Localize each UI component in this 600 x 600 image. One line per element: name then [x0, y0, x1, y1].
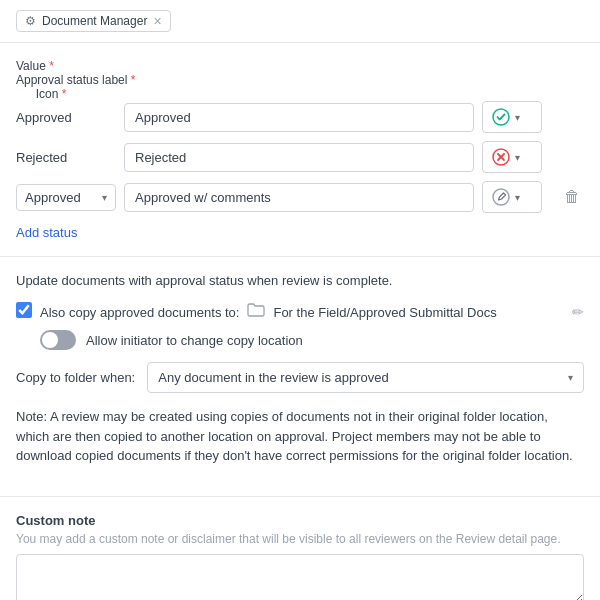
also-copy-right: Also copy approved documents to: For the… — [40, 302, 584, 322]
comments-chevron-icon: ▾ — [515, 192, 520, 203]
toggle-slider — [40, 330, 76, 350]
custom-note-title: Custom note — [16, 513, 584, 528]
top-section: ⚙ Document Manager × — [0, 0, 600, 43]
approved-icon-dropdown[interactable]: ▾ — [482, 101, 542, 133]
approval-header-row: Value * Approval status label * Icon * — [16, 59, 584, 101]
pencil-circle-icon — [492, 188, 510, 206]
comments-label-cell — [124, 183, 474, 212]
copy-when-label: Copy to folder when: — [16, 370, 135, 385]
approved-label-input[interactable] — [124, 103, 474, 132]
approved-value: Approved — [16, 110, 116, 125]
tag-close-button[interactable]: × — [153, 14, 161, 28]
update-docs-description: Update documents with approval status wh… — [16, 273, 584, 288]
svg-point-4 — [493, 189, 509, 205]
folder-svg-icon — [247, 302, 265, 318]
required-star-3: * — [62, 87, 67, 101]
comments-action-cell[interactable]: 🗑 — [560, 188, 584, 206]
required-star: * — [49, 59, 54, 73]
approved-icon — [491, 107, 511, 127]
copy-when-chevron-icon: ▾ — [568, 372, 573, 383]
required-star-2: * — [131, 73, 136, 87]
rejected-chevron-icon: ▾ — [515, 152, 520, 163]
approval-row-comments: Approved ▾ ▾ 🗑 — [16, 181, 584, 213]
edit-folder-button[interactable]: ✏ — [572, 304, 584, 320]
copy-when-row: Copy to folder when: Any document in the… — [16, 362, 584, 393]
comments-icon — [491, 187, 511, 207]
icon-column-header: Icon * — [16, 87, 86, 101]
comments-value-dropdown[interactable]: Approved ▾ — [16, 184, 116, 211]
custom-note-input[interactable] — [16, 554, 584, 601]
rejected-label-cell — [124, 143, 474, 172]
update-docs-section: Update documents with approval status wh… — [0, 257, 600, 497]
rejected-icon — [491, 147, 511, 167]
label-column-header: Approval status label * — [16, 73, 584, 87]
approved-label-cell — [124, 103, 474, 132]
note-text: Note: A review may be created using copi… — [16, 407, 584, 466]
tag-label: Document Manager — [42, 14, 147, 28]
also-copy-row: Also copy approved documents to: For the… — [16, 302, 584, 322]
rejected-icon-dropdown[interactable]: ▾ — [482, 141, 542, 173]
comments-label-input[interactable] — [124, 183, 474, 212]
document-manager-tag[interactable]: ⚙ Document Manager × — [16, 10, 171, 32]
delete-row-button[interactable]: 🗑 — [564, 188, 580, 206]
x-circle-icon — [492, 148, 510, 166]
folder-icon — [247, 302, 265, 322]
allow-initiator-label: Allow initiator to change copy location — [86, 333, 303, 348]
comments-icon-cell: ▾ — [482, 181, 552, 213]
copy-when-value: Any document in the review is approved — [158, 370, 389, 385]
also-copy-checkbox[interactable] — [16, 302, 32, 318]
rejected-label-input[interactable] — [124, 143, 474, 172]
comments-value-label: Approved — [25, 190, 81, 205]
allow-initiator-toggle[interactable] — [40, 330, 76, 350]
custom-note-subtitle: You may add a custom note or disclaimer … — [16, 532, 584, 546]
approval-row-approved: Approved ▾ — [16, 101, 584, 133]
comments-value-cell: Approved ▾ — [16, 184, 116, 211]
folder-name: For the Field/Approved Submittal Docs — [273, 305, 564, 320]
copy-when-dropdown[interactable]: Any document in the review is approved ▾ — [147, 362, 584, 393]
approval-status-section: Value * Approval status label * Icon * A… — [0, 43, 600, 257]
checkmark-circle-icon — [492, 108, 510, 126]
add-status-link[interactable]: Add status — [16, 225, 77, 240]
also-copy-label: Also copy approved documents to: — [40, 305, 239, 320]
allow-initiator-row: Allow initiator to change copy location — [40, 330, 584, 350]
rejected-value: Rejected — [16, 150, 116, 165]
tag-icon: ⚙ — [25, 14, 36, 28]
custom-note-section: Custom note You may add a custom note or… — [0, 497, 600, 601]
rejected-icon-cell: ▾ — [482, 141, 552, 173]
comments-icon-dropdown[interactable]: ▾ — [482, 181, 542, 213]
comments-value-chevron-icon: ▾ — [102, 192, 107, 203]
value-column-header: Value * — [16, 59, 116, 73]
approval-row-rejected: Rejected ▾ — [16, 141, 584, 173]
approved-icon-cell: ▾ — [482, 101, 552, 133]
approved-chevron-icon: ▾ — [515, 112, 520, 123]
